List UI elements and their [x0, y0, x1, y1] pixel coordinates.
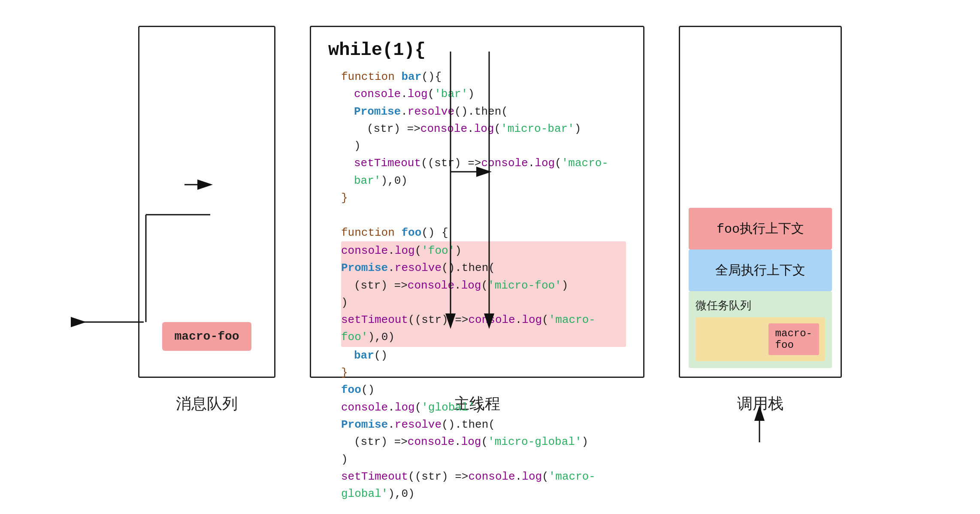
message-queue-panel: macro-foo 消息队列 [138, 26, 275, 414]
global-promise: Promise.resolve().then( [328, 416, 626, 433]
bar-promise-close: ) [328, 137, 626, 155]
macro-foo-small: macro-foo [768, 323, 819, 355]
microtask-area: 微任务队列 macro-foo [689, 291, 832, 368]
foo-log: console.log('foo') [341, 242, 623, 259]
main-thread-panel: while(1){ function bar(){ console.log('b… [310, 26, 644, 414]
foo-settimeout: setTimeout((str) =>console.log('macro-fo… [341, 311, 623, 346]
global-log: console.log('global') [328, 399, 626, 416]
bar-settimeout: setTimeout((str) =>console.log('macro-ba… [328, 155, 626, 189]
fn-name-bar: bar [401, 70, 421, 83]
highlighted-foo-block: console.log('foo') Promise.resolve().the… [341, 241, 626, 347]
foo-def: function foo() { [328, 224, 626, 241]
foo-promise-close: ) [341, 294, 623, 311]
global-timeout: setTimeout((str) =>console.log('macro-gl… [328, 468, 626, 503]
microtask-inner: macro-foo [696, 317, 825, 361]
foo-context: foo执行上下文 [689, 208, 832, 249]
foo-promise: Promise.resolve().then( [341, 259, 623, 277]
foo-call: foo() [328, 381, 626, 398]
macro-foo-item: macro-foo [162, 322, 251, 351]
foo-micro: (str) =>console.log('micro-foo') [341, 277, 623, 294]
message-queue-label: 消息队列 [176, 393, 238, 414]
callstack-panel: foo执行上下文 全局执行上下文 微任务队列 macro-foo 调用栈 [679, 26, 842, 414]
bar-def: function bar(){ [328, 68, 626, 85]
fn-kw-bar: function [341, 70, 401, 83]
main-container: macro-foo 消息队列 while(1){ function bar(){… [0, 0, 980, 514]
global-promise-close: ) [328, 451, 626, 468]
bar-micro: (str) =>console.log('micro-bar') [328, 120, 626, 137]
bar-promise: Promise.resolve().then( [328, 103, 626, 120]
global-micro: (str) =>console.log('micro-global') [328, 433, 626, 450]
callstack-label: 调用栈 [737, 393, 783, 414]
foo-close: } [328, 364, 626, 381]
code-box: while(1){ function bar(){ console.log('b… [310, 26, 644, 378]
microtask-label: 微任务队列 [696, 298, 825, 313]
callstack-box: foo执行上下文 全局执行上下文 微任务队列 macro-foo [679, 26, 842, 378]
bar-call: bar() [328, 347, 626, 364]
queue-box: macro-foo [138, 26, 275, 378]
bar-log: console.log('bar') [328, 85, 626, 103]
while-title: while(1){ [328, 40, 626, 61]
global-context: 全局执行上下文 [689, 249, 832, 291]
bar-close: } [328, 189, 626, 207]
code-content: function bar(){ console.log('bar') Promi… [328, 68, 626, 514]
